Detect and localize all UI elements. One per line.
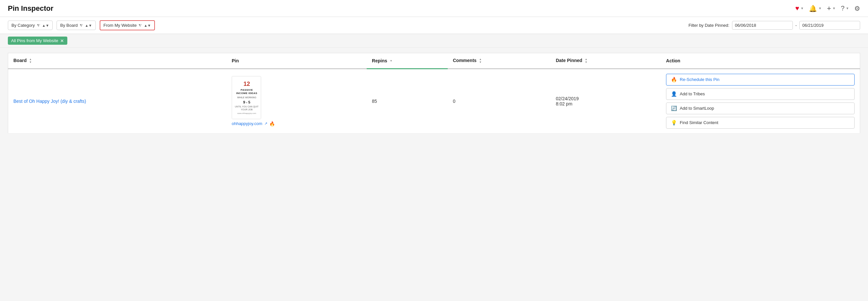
by-board-label: By Board xyxy=(60,23,78,28)
pin-thumbnail: 12 PASSIVE INCOME IDEAS WHILE WORKING 9 … xyxy=(232,76,261,119)
all-pins-filter-tag[interactable]: All Pins from My Website ✕ xyxy=(8,37,67,45)
pin-schedule-icon: 🔥 xyxy=(269,121,275,126)
top-nav: Pin Inspector ♥ ▼ 🔔 ▼ + ▼ ? ▼ ⚙ xyxy=(0,0,868,17)
pins-table: Board ▲▼ Pin Repins ▼ Comments ▲▼ Date P… xyxy=(8,53,860,134)
by-category-caret-icon: ▲▼ xyxy=(42,24,49,27)
pin-content: 12 PASSIVE INCOME IDEAS WHILE WORKING 9 … xyxy=(232,76,362,126)
board-sort-icon[interactable]: ▲▼ xyxy=(29,58,32,64)
by-board-caret-icon: ▲▼ xyxy=(85,24,92,27)
time-pinned-value: 8:02 pm xyxy=(556,101,656,106)
col-header-pin: Pin xyxy=(226,53,367,69)
date-pinned-value: 02/24/2019 xyxy=(556,96,656,101)
repins-sort-icon[interactable]: ▼ xyxy=(390,60,393,62)
plus-caret-icon: ▼ xyxy=(832,6,836,10)
pin-thumb-sub: WHILE WORKING xyxy=(237,96,256,99)
filter-tag-label: All Pins from My Website xyxy=(11,38,58,43)
date-from-input[interactable] xyxy=(732,21,793,30)
similar-content-icon: 💡 xyxy=(671,120,677,126)
tribes-label: Add to Tribes xyxy=(680,91,705,96)
bell-icon: 🔔 xyxy=(809,5,817,12)
col-header-board: Board ▲▼ xyxy=(8,53,226,69)
filter-tag-remove-icon[interactable]: ✕ xyxy=(60,38,64,43)
pin-link-row: ohhappyjoy.com ↗ 🔥 xyxy=(232,121,275,126)
filter-icon-website: ⧨ xyxy=(138,23,142,28)
from-my-website-filter[interactable]: From My Website ⧨ ▲▼ xyxy=(100,20,155,30)
pin-thumb-highlight: 9 - 5 xyxy=(243,100,250,104)
add-to-tribes-button[interactable]: 👤 Add to Tribes xyxy=(666,88,855,100)
comments-sort-icon[interactable]: ▲▼ xyxy=(479,58,482,64)
gear-icon: ⚙ xyxy=(854,5,860,12)
tribes-icon: 👤 xyxy=(671,91,677,97)
date-to-input[interactable] xyxy=(799,21,860,30)
pin-thumb-title: PASSIVE INCOME IDEAS xyxy=(235,89,259,95)
help-nav-button[interactable]: ? ▼ xyxy=(841,5,849,12)
from-my-website-caret-icon: ▲▼ xyxy=(144,24,151,27)
reschedule-pin-button[interactable]: 🔥 Re-Schedule this Pin xyxy=(666,74,855,86)
question-icon: ? xyxy=(841,5,844,12)
filter-bar: By Category ⧨ ▲▼ By Board ⧨ ▲▼ From My W… xyxy=(0,17,868,34)
col-header-comments: Comments ▲▼ xyxy=(448,53,551,69)
board-cell: Best of Oh Happy Joy! (diy & crafts) xyxy=(8,69,226,133)
help-caret-icon: ▼ xyxy=(846,6,849,10)
pin-thumb-content: 12 PASSIVE INCOME IDEAS WHILE WORKING 9 … xyxy=(232,76,261,119)
date-filter-section: Filter by Date Pinned: - xyxy=(689,21,860,30)
external-link-icon[interactable]: ↗ xyxy=(265,122,267,126)
action-cell: 🔥 Re-Schedule this Pin 👤 Add to Tribes 🔄… xyxy=(661,69,860,133)
pin-thumb-number: 12 xyxy=(244,80,250,88)
col-header-date-pinned: Date Pinned ▲▼ xyxy=(551,53,661,69)
settings-nav-button[interactable]: ⚙ xyxy=(854,5,860,12)
heart-icon: ♥ xyxy=(796,5,799,12)
filter-date-label: Filter by Date Pinned: xyxy=(689,23,730,28)
heart-nav-button[interactable]: ♥ ▼ xyxy=(796,5,804,12)
date-pinned-cell: 02/24/2019 8:02 pm xyxy=(551,69,661,133)
col-header-action: Action xyxy=(661,53,860,69)
find-similar-content-button[interactable]: 💡 Find Similar Content xyxy=(666,117,855,129)
pin-url-link[interactable]: ohhappyjoy.com xyxy=(232,121,262,126)
active-filters-bar: All Pins from My Website ✕ xyxy=(0,34,868,48)
similar-content-label: Find Similar Content xyxy=(680,120,718,125)
comments-value: 0 xyxy=(453,99,456,104)
nav-actions: ♥ ▼ 🔔 ▼ + ▼ ? ▼ ⚙ xyxy=(796,4,860,13)
plus-nav-button[interactable]: + ▼ xyxy=(827,4,836,13)
pin-thumb-url: www.ohhappyjoy.com xyxy=(237,112,256,115)
heart-caret-icon: ▼ xyxy=(800,6,804,10)
by-board-filter[interactable]: By Board ⧨ ▲▼ xyxy=(57,21,95,30)
reschedule-icon: 🔥 xyxy=(671,77,677,82)
board-link[interactable]: Best of Oh Happy Joy! (diy & crafts) xyxy=(13,99,86,104)
smartloop-icon: 🔄 xyxy=(671,105,677,111)
repins-value: 85 xyxy=(372,99,377,104)
by-category-filter[interactable]: By Category ⧨ ▲▼ xyxy=(8,21,53,30)
filter-icon-board: ⧨ xyxy=(80,23,83,28)
table-row: Best of Oh Happy Joy! (diy & crafts) 12 … xyxy=(8,69,860,133)
repins-cell: 85 xyxy=(367,69,448,133)
date-separator: - xyxy=(796,23,797,28)
action-buttons: 🔥 Re-Schedule this Pin 👤 Add to Tribes 🔄… xyxy=(666,74,855,129)
smartloop-label: Add to SmartLoop xyxy=(680,106,714,111)
filter-icon-category: ⧨ xyxy=(37,23,40,28)
bell-nav-button[interactable]: 🔔 ▼ xyxy=(809,5,822,12)
pin-thumb-tagline: UNTIL YOU CAN QUIT YOUR JOB xyxy=(235,105,259,111)
col-header-repins: Repins ▼ xyxy=(367,53,448,69)
main-content: Board ▲▼ Pin Repins ▼ Comments ▲▼ Date P… xyxy=(0,48,868,139)
reschedule-label: Re-Schedule this Pin xyxy=(680,77,719,82)
pin-cell: 12 PASSIVE INCOME IDEAS WHILE WORKING 9 … xyxy=(226,69,367,133)
date-sort-icon[interactable]: ▲▼ xyxy=(585,58,588,64)
by-category-label: By Category xyxy=(11,23,35,28)
comments-cell: 0 xyxy=(448,69,551,133)
page-title: Pin Inspector xyxy=(8,4,53,13)
plus-icon: + xyxy=(827,4,831,13)
bell-caret-icon: ▼ xyxy=(818,6,822,10)
add-to-smartloop-button[interactable]: 🔄 Add to SmartLoop xyxy=(666,102,855,114)
table-header-row: Board ▲▼ Pin Repins ▼ Comments ▲▼ Date P… xyxy=(8,53,860,69)
from-my-website-label: From My Website xyxy=(103,23,137,28)
